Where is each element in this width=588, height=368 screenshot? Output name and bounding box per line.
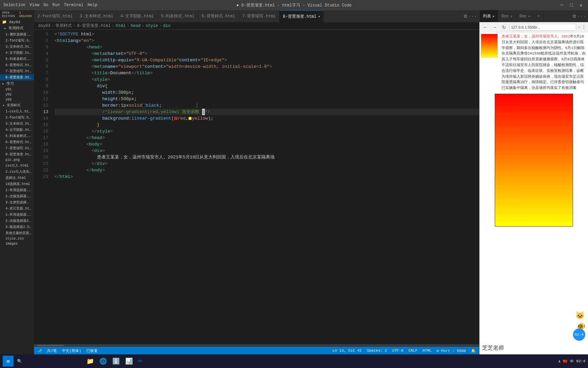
menu-view[interactable]: View: [30, 3, 39, 7]
split-editor-icon[interactable]: ⧉: [464, 14, 467, 19]
sidebar-item-y01[interactable]: y01: [0, 87, 34, 92]
preview-split-icon[interactable]: ⧉: [573, 14, 576, 19]
sidebar-item-4[interactable]: 4-文字阴影.html: [0, 50, 34, 56]
sidebar-item-5[interactable]: 5-列表表样式.html: [0, 56, 34, 62]
status-branch[interactable]: ⎇: [37, 349, 42, 353]
taskbar-search[interactable]: 🔍: [15, 356, 83, 367]
horizontal-scrollbar[interactable]: [34, 344, 479, 347]
sidebar-item-c6[interactable]: 6-背景样式.html: [0, 139, 34, 145]
breadcrumb-div[interactable]: div: [163, 24, 170, 28]
sidebar-item-c1[interactable]: 1-css引入.html: [0, 108, 34, 114]
status-language[interactable]: HTML: [423, 349, 431, 353]
bookmark-icon[interactable]: ☆: [578, 25, 581, 30]
tab-3text[interactable]: 3-文本样式.html: [76, 10, 117, 22]
sidebar-item-cssyin[interactable]: css引入.html: [0, 163, 34, 169]
sidebar-item-y02[interactable]: y02: [0, 92, 34, 97]
taskbar-ppt[interactable]: 📊: [123, 356, 135, 367]
taskbar-chrome[interactable]: 🌐: [97, 356, 109, 367]
close-button[interactable]: ✕: [578, 2, 585, 8]
sidebar-item-sel[interactable]: 选择法.html: [0, 175, 34, 181]
settings-icon[interactable]: ⋮: [582, 25, 586, 30]
sidebar-item-1[interactable]: 1-属性选择器.html: [0, 31, 34, 37]
breadcrumb-style[interactable]: style: [146, 24, 158, 28]
sidebar-item-y03[interactable]: y03: [0, 97, 34, 102]
menu-help[interactable]: Help: [87, 3, 97, 7]
sidebar-item-1cxq[interactable]: 1-常用选择器.html: [0, 212, 34, 218]
preview-tab-doc2-close[interactable]: ✕: [528, 14, 530, 18]
sidebar-item-pic[interactable]: pic.png: [0, 157, 34, 163]
preview-tab-doc1-close[interactable]: ✕: [510, 14, 512, 18]
taskbar-file-explorer[interactable]: 📁: [84, 356, 96, 367]
tab-6bg[interactable]: 6-背景样式.html: [198, 10, 239, 22]
sidebar-item-2cssyin[interactable]: 2.css引入优先.html: [0, 169, 34, 175]
taskbar-right: ∧ 🇨🇳 中 02:4: [558, 359, 585, 364]
breadcrumb-day03[interactable]: day03: [38, 24, 50, 28]
sidebar-item-c4[interactable]: 4-文字阴影.html: [0, 127, 34, 133]
preview-tab-new[interactable]: +: [534, 10, 543, 22]
sidebar-item-2xq[interactable]: 2-次级选择器.html: [0, 193, 34, 199]
menu-selection[interactable]: Selection: [3, 3, 26, 7]
breadcrumb-file[interactable]: 8-背景渐变.html: [77, 23, 110, 29]
sidebar-item-3xq[interactable]: 3-文类型选择器.html: [0, 199, 34, 205]
status-encoding[interactable]: UTF-8: [392, 349, 403, 353]
status-line-ending[interactable]: CRLF: [408, 349, 417, 353]
sidebar-item-c5[interactable]: 5-列表表样式.html: [0, 133, 34, 139]
menu-go[interactable]: Go: [44, 3, 48, 7]
back-button[interactable]: ←: [481, 24, 489, 31]
sidebar-item-3nxq[interactable]: 3-能选择器2.html: [0, 224, 34, 230]
preview-tab-doc1[interactable]: Doc ✕: [498, 10, 516, 22]
sidebar-item-stylecss[interactable]: style.css: [0, 236, 34, 241]
tab-7bg[interactable]: 7-背景缩写.html: [239, 10, 279, 22]
status-port[interactable]: ⊙ Port : 5500: [437, 349, 466, 353]
status-spaces[interactable]: Spaces: 2: [367, 349, 387, 353]
sidebar-item-7[interactable]: 7-背景缩写.html: [0, 68, 34, 74]
sidebar-item-images[interactable]: images: [0, 241, 34, 246]
taskbar-ie[interactable]: ℹ️: [110, 356, 122, 367]
sidebar-item-changyon[interactable]: ▸ 常用样式: [0, 25, 34, 31]
menu-run[interactable]: Run: [52, 3, 60, 7]
tab-2font[interactable]: 2-font缩写.html: [34, 10, 76, 22]
url-input[interactable]: [509, 24, 576, 31]
taskbar-vscode[interactable]: ⌨️: [136, 356, 144, 367]
window-title: ● 8-背景渐变.html - html字习 - Visual Studio C…: [236, 2, 352, 8]
refresh-button[interactable]: ↻: [501, 24, 507, 31]
code-editor[interactable]: 1 2 3 4 5 6 7 8 9 10 11 12 13 14 15 16 1…: [34, 30, 479, 344]
sidebar-item-c3[interactable]: 3-文本样式.html: [0, 121, 34, 127]
status-bell[interactable]: 🔔: [471, 349, 476, 353]
minimize-button[interactable]: ─: [558, 2, 565, 8]
sidebar-item-changyong[interactable]: ▸ 常用样式: [0, 102, 34, 108]
sidebar-item-c2[interactable]: 2-font缩写.html: [0, 114, 34, 121]
sidebar-item-otherpage[interactable]: 其他元素的页面.html: [0, 230, 34, 236]
sidebar-item-1xq[interactable]: 1-常用选择器.html: [0, 187, 34, 193]
maximize-button[interactable]: □: [568, 2, 575, 8]
breadcrumb-html[interactable]: html: [116, 24, 126, 28]
sidebar-item-id[interactable]: id选择器.html: [0, 181, 34, 187]
sidebar-item-c8[interactable]: 8-背景渐变.html: [0, 151, 34, 157]
file-explorer-icon: 📁: [86, 357, 94, 365]
preview-tab-list-close[interactable]: ✕: [492, 14, 494, 18]
sidebar-item-3[interactable]: 3-文本样式.html: [0, 44, 34, 50]
menu-terminal[interactable]: Terminal: [64, 3, 84, 7]
code-area[interactable]: <!DOCTYPE html> <html lang="en"> <head> …: [51, 30, 479, 344]
tab-5list[interactable]: 5-列表样式.html: [158, 10, 198, 22]
sidebar-item-8[interactable]: 8-背景渐变.html: [0, 74, 34, 80]
tab-8bg[interactable]: 8-背景渐变.html ●: [279, 10, 324, 22]
more-actions-icon[interactable]: ···: [469, 14, 477, 19]
forward-button[interactable]: →: [491, 24, 499, 31]
preview-tab-list[interactable]: 列表 ✕: [479, 10, 498, 22]
sidebar-item-2[interactable]: 2-font缩写.html d...: [0, 37, 34, 44]
breadcrumb-head[interactable]: head: [131, 24, 141, 28]
sidebar-item-xuexi[interactable]: ▸ 学习: [0, 80, 34, 87]
sidebar-item-day03[interactable]: 📁 day03: [0, 19, 34, 25]
status-position[interactable]: Ln 13, Col 42: [332, 349, 362, 353]
windows-icon: ⊞: [7, 358, 10, 364]
preview-more-icon[interactable]: ···: [577, 14, 586, 19]
breadcrumb-changyong[interactable]: 常用样式: [55, 23, 72, 29]
tab-4shadow[interactable]: 4-文字阴影.html: [117, 10, 158, 22]
sidebar-item-other[interactable]: 4-其它页面.html: [0, 205, 34, 212]
start-button[interactable]: ⊞: [3, 356, 14, 367]
sidebar-item-c7[interactable]: 7-背景缩写.html: [0, 145, 34, 151]
sidebar-item-6[interactable]: 6-背景样式.html: [0, 62, 34, 68]
sidebar-item-2cxq2[interactable]: 2-次级选择器2.html: [0, 218, 34, 224]
preview-tab-doc2[interactable]: Doc ✕: [516, 10, 534, 22]
